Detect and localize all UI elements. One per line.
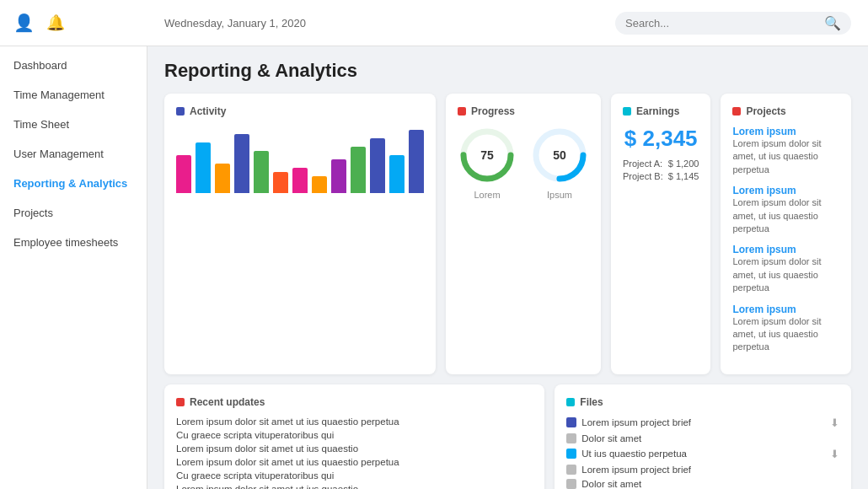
file-name: Ut ius quaestio perpetua — [581, 449, 687, 459]
sidebar: 👤 🔔 DashboardTime ManagementTime SheetUs… — [0, 0, 147, 489]
file-name: Lorem ipsum project brief — [581, 465, 691, 475]
svg-text:50: 50 — [553, 148, 566, 162]
file-item: Dolor sit amet — [566, 479, 839, 489]
recent-dot — [176, 398, 185, 406]
donut-svg: 50 — [530, 126, 589, 185]
topbar: Wednesday, January 1, 2020 🔍 — [147, 0, 868, 46]
progress-circles: 75 Lorem 50 Ipsum — [458, 126, 589, 200]
earnings-rows: Project A:$ 1,200Project B:$ 1,145 — [623, 159, 699, 181]
date-label: Wednesday, January 1, 2020 — [164, 17, 306, 30]
files-list: Lorem ipsum project brief ⬇ Dolor sit am… — [566, 416, 839, 489]
update-item: Cu graece scripta vituperatoribus qui — [176, 430, 533, 440]
main-content: Wednesday, January 1, 2020 🔍 Reporting &… — [147, 0, 868, 489]
recent-title: Recent updates — [176, 396, 533, 408]
activity-bar — [176, 155, 191, 193]
circle-label: Lorem — [474, 190, 500, 200]
earnings-amount: $ 2,345 — [623, 126, 699, 152]
search-icon: 🔍 — [824, 15, 841, 31]
projects-list: Lorem ipsum Lorem ipsum dolor sit amet, … — [732, 126, 839, 354]
earnings-card: Earnings $ 2,345 Project A:$ 1,200Projec… — [611, 94, 710, 374]
svg-text:75: 75 — [480, 148, 494, 162]
projects-dot — [732, 107, 741, 116]
activity-bar — [331, 159, 346, 193]
files-title: Files — [566, 396, 839, 408]
sidebar-item-time-sheet[interactable]: Time Sheet — [0, 110, 147, 139]
progress-circle-ipsum: 50 Ipsum — [530, 126, 589, 200]
progress-card: Progress 75 Lorem 50 Ipsum — [446, 94, 601, 374]
activity-bar — [351, 147, 366, 193]
page-title: Reporting & Analytics — [164, 60, 851, 82]
earnings-row: Project B:$ 1,145 — [623, 171, 699, 181]
file-name: Dolor sit amet — [581, 479, 641, 489]
project-desc: Lorem ipsum dolor sit amet, ut ius quaes… — [732, 255, 839, 294]
activity-bar — [273, 172, 288, 193]
sidebar-item-employee-timesheets[interactable]: Employee timesheets — [0, 228, 147, 257]
activity-bar — [215, 164, 230, 193]
progress-dot — [458, 107, 466, 116]
user-icon[interactable]: 👤 — [13, 13, 35, 33]
update-item: Lorem ipsum dolor sit amet ut ius quaest… — [176, 416, 533, 427]
files-card: Files Lorem ipsum project brief ⬇ Dolor … — [555, 384, 851, 489]
download-icon[interactable]: ⬇ — [830, 416, 839, 429]
circle-label: Ipsum — [547, 190, 572, 200]
project-link[interactable]: Lorem ipsum — [732, 126, 839, 137]
activity-dot — [176, 107, 185, 116]
files-dot — [566, 398, 575, 406]
project-item: Lorem ipsum Lorem ipsum dolor sit amet, … — [732, 185, 839, 235]
activity-card: Activity — [164, 94, 436, 374]
activity-title: Activity — [176, 105, 424, 117]
search-input[interactable] — [625, 17, 817, 30]
activity-bar — [370, 138, 385, 193]
project-link[interactable]: Lorem ipsum — [732, 304, 839, 315]
update-item: Lorem ipsum dolor sit amet ut ius quaest… — [176, 457, 533, 467]
activity-bar — [312, 176, 327, 193]
sidebar-item-projects[interactable]: Projects — [0, 198, 147, 228]
progress-title: Progress — [458, 105, 589, 117]
activity-bar — [389, 155, 405, 193]
projects-card: Projects Lorem ipsum Lorem ipsum dolor s… — [721, 94, 851, 374]
update-item: Cu graece scripta vituperatoribus qui — [176, 470, 533, 481]
download-icon[interactable]: ⬇ — [830, 448, 839, 460]
activity-bar — [292, 168, 308, 193]
file-item: Dolor sit amet — [566, 433, 839, 443]
project-item: Lorem ipsum Lorem ipsum dolor sit amet, … — [732, 126, 839, 176]
activity-bar — [254, 151, 269, 193]
file-item: Lorem ipsum project brief — [566, 465, 839, 475]
project-link[interactable]: Lorem ipsum — [732, 185, 839, 196]
activity-bar — [196, 142, 211, 193]
sidebar-item-user-management[interactable]: User Management — [0, 139, 147, 169]
file-icon — [566, 433, 576, 443]
search-bar[interactable]: 🔍 — [615, 12, 851, 35]
file-name: Lorem ipsum project brief — [581, 417, 691, 427]
file-icon — [566, 465, 576, 475]
sidebar-item-dashboard[interactable]: Dashboard — [0, 51, 147, 80]
file-item: Lorem ipsum project brief ⬇ — [566, 416, 839, 429]
earnings-dot — [623, 107, 631, 116]
recent-list: Lorem ipsum dolor sit amet ut ius quaest… — [176, 416, 533, 489]
sidebar-nav: DashboardTime ManagementTime SheetUser M… — [0, 51, 147, 257]
project-item: Lorem ipsum Lorem ipsum dolor sit amet, … — [732, 244, 839, 294]
projects-title: Projects — [732, 105, 839, 117]
progress-circle-lorem: 75 Lorem — [458, 126, 517, 200]
file-icon — [566, 449, 576, 459]
page-content: Reporting & Analytics Activity Progress … — [147, 46, 868, 489]
donut-svg: 75 — [458, 126, 517, 185]
sidebar-header: 👤 🔔 — [0, 0, 147, 46]
file-name: Dolor sit amet — [581, 433, 641, 443]
file-icon — [566, 417, 576, 427]
update-item: Lorem ipsum dolor sit amet ut ius quaest… — [176, 443, 533, 454]
earnings-title: Earnings — [623, 105, 699, 117]
row-1: Activity Progress 75 Lorem 50 Ipsum — [164, 94, 851, 374]
activity-chart — [176, 126, 424, 193]
sidebar-item-time-management[interactable]: Time Management — [0, 80, 147, 110]
activity-bar — [409, 130, 424, 193]
project-desc: Lorem ipsum dolor sit amet, ut ius quaes… — [732, 196, 839, 235]
bell-icon[interactable]: 🔔 — [46, 13, 65, 32]
project-desc: Lorem ipsum dolor sit amet, ut ius quaes… — [732, 137, 839, 176]
sidebar-item-reporting-&-analytics[interactable]: Reporting & Analytics — [0, 169, 147, 198]
project-desc: Lorem ipsum dolor sit amet, ut ius quaes… — [732, 315, 839, 354]
project-link[interactable]: Lorem ipsum — [732, 244, 839, 255]
recent-updates-card: Recent updates Lorem ipsum dolor sit ame… — [164, 384, 544, 489]
update-item: Lorem ipsum dolor sit amet ut ius quaest… — [176, 484, 533, 489]
activity-bar — [234, 134, 249, 193]
